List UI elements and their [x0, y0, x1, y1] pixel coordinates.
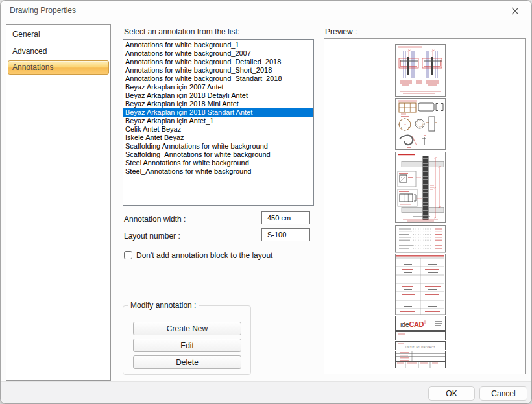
dont-add-annotation-label: Don't add annotation block to the layout — [136, 251, 272, 260]
annotation-list-item[interactable]: Annotations for white background_2007 — [123, 49, 313, 58]
layout-number-label: Layout number : — [124, 232, 180, 241]
sidebar-item-advanced[interactable]: Advanced — [8, 43, 109, 58]
annotation-list-item[interactable]: Annotations for white background_1 — [123, 41, 313, 49]
create-new-button[interactable]: Create New — [133, 322, 241, 335]
drawing-properties-dialog: Drawing Properties GeneralAdvancedAnnota… — [0, 0, 532, 404]
titlebar: Drawing Properties — [1, 1, 531, 20]
annotation-list-item[interactable]: Celik Antet Beyaz — [123, 125, 313, 134]
category-sidebar: GeneralAdvancedAnnotations — [6, 24, 111, 381]
annotation-list-item[interactable]: Scaffolding Annotations for white backgr… — [123, 142, 313, 150]
window-title: Drawing Properties — [10, 6, 76, 15]
panel-logo: ideCAD® — [396, 316, 446, 331]
project-name-text: UNTITLED PROJECT — [405, 346, 435, 349]
annotation-width-label: Annotation width : — [124, 215, 186, 224]
layout-number-input[interactable] — [261, 228, 310, 241]
annotation-list-item[interactable]: Annotations for white background_Standar… — [123, 75, 313, 83]
dont-add-annotation-checkbox[interactable] — [124, 251, 132, 259]
annotation-list-item[interactable]: Annotations for white background_Short_2… — [123, 66, 313, 75]
sidebar-item-general[interactable]: General — [8, 27, 109, 41]
annotation-list-item[interactable]: Beyaz Arkaplan için 2018 Detaylı Antet — [123, 91, 313, 100]
annotation-list-item[interactable]: Beyaz Arkaplan için Antet_1 — [123, 117, 313, 125]
close-button[interactable] — [502, 3, 529, 19]
preview-drawing: ideCAD® UNTITLED PROJECT — [395, 44, 446, 368]
panel-section-details — [396, 99, 446, 150]
annotation-width-input[interactable] — [261, 211, 310, 224]
delete-button[interactable]: Delete — [133, 355, 241, 369]
annotation-list-label: Select an annotation from the list: — [124, 27, 239, 36]
panel-column-detail — [396, 152, 446, 223]
panel-info-rows — [396, 351, 446, 362]
panel-notes — [396, 226, 446, 253]
panel-title-block — [396, 254, 446, 315]
annotation-list-item[interactable]: Annotations for white background_Detaile… — [123, 58, 313, 66]
annotation-list-item[interactable]: Steel_Annotations for white background — [123, 167, 313, 176]
annotation-list-item[interactable]: Beyaz Arkaplan için 2007 Antet — [123, 83, 313, 91]
sidebar-item-annotations[interactable]: Annotations — [8, 60, 109, 75]
annotation-listbox[interactable]: Annotations for white background_1Annota… — [123, 39, 314, 206]
logo-cad-text: CAD — [409, 320, 424, 328]
svg-text:ideCAD®: ideCAD® — [400, 320, 426, 328]
preview-label: Preview : — [325, 27, 357, 36]
annotation-list-item[interactable]: Beyaz Arkaplan için 2018 Mini Antet — [123, 100, 313, 108]
panel-connection-details — [396, 45, 446, 97]
panel-drawing-name — [396, 332, 446, 340]
modify-annotation-buttons: Create NewEditDelete — [133, 322, 241, 369]
annotation-list-item[interactable]: Beyaz Arkaplan için 2018 Standart Antet — [123, 108, 313, 117]
logo-ide-text: ide — [400, 320, 409, 328]
close-icon — [511, 7, 519, 15]
panel-sign-row — [396, 362, 446, 368]
ok-button[interactable]: OK — [428, 386, 475, 401]
edit-button[interactable]: Edit — [133, 339, 241, 352]
annotation-list-item[interactable]: Steel Annotations for white background — [123, 159, 313, 167]
panel-project-name: UNTITLED PROJECT — [396, 342, 446, 350]
cancel-button[interactable]: Cancel — [479, 386, 527, 401]
annotation-list-item[interactable]: Iskele Antet Beyaz — [123, 134, 313, 142]
modify-annotation-group-title: Modify annotation : — [128, 301, 199, 310]
annotation-list-item[interactable]: Scaffolding_Annotations for white backgr… — [123, 150, 313, 159]
